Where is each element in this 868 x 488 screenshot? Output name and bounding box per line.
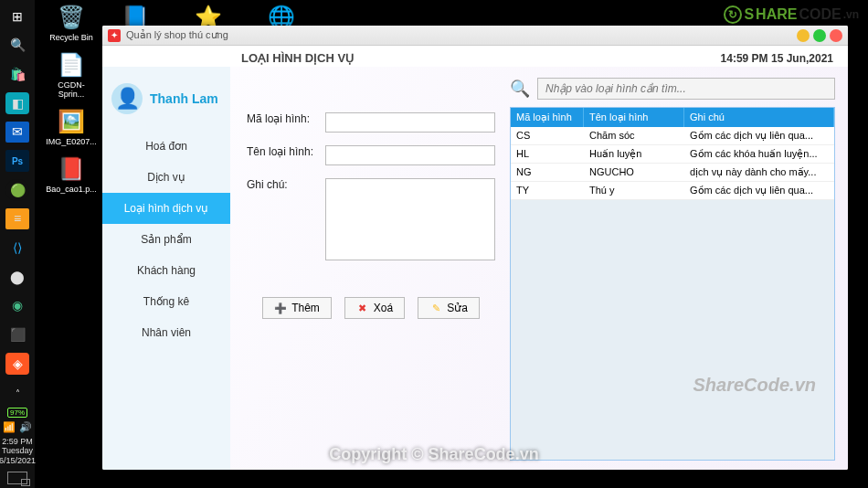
- list-panel: 🔍 Mã loại hình Tên loại hình Ghi chú CSC…: [504, 67, 848, 470]
- vscode-icon[interactable]: ⟨⟩: [5, 237, 29, 259]
- mail-icon[interactable]: ✉: [5, 122, 29, 143]
- table-row[interactable]: TYThú yGồm các dịch vụ liên qua...: [511, 182, 834, 200]
- titlebar[interactable]: ✦ Quản lý shop thú cưng: [102, 26, 848, 46]
- cell-code: NG: [511, 164, 584, 181]
- battery-indicator[interactable]: 97%: [7, 408, 27, 418]
- plus-icon: ➕: [274, 302, 287, 314]
- clock-label: 14:59 PM 15 Jun,2021: [721, 52, 837, 65]
- start-button[interactable]: ⊞: [5, 5, 29, 27]
- spotify-icon[interactable]: 🟢: [5, 179, 29, 201]
- cell-note: Gồm các dịch vụ liên qua...: [684, 127, 834, 144]
- table-row[interactable]: HLHuấn luyệnGồm các khóa huấn luyện...: [511, 145, 834, 164]
- cell-note: dịch vụ này dành cho mấy...: [684, 164, 834, 181]
- cell-name: Chăm sóc: [584, 127, 684, 144]
- pdf-icon: 📕: [58, 155, 85, 183]
- col-note[interactable]: Ghi chú: [684, 108, 834, 127]
- pencil-icon: ✎: [429, 302, 442, 314]
- image-icon: 🖼️: [58, 108, 85, 135]
- cell-note: Gồm các khóa huấn luyện...: [684, 145, 834, 163]
- user-block: 👤 Thanh Lam: [102, 83, 230, 131]
- cell-code: TY: [511, 182, 584, 199]
- taskbar-clock[interactable]: 2:59 PM Tuesday 6/15/2021: [0, 437, 36, 466]
- sidebar: 👤 Thanh Lam Hoá đơnDịch vụLoại hình dịch…: [102, 67, 230, 470]
- system-tray[interactable]: 📶🔊: [3, 419, 32, 435]
- user-name: Thanh Lam: [150, 91, 218, 106]
- table-row[interactable]: NGNGUCHOdịch vụ này dành cho mấy...: [511, 164, 834, 182]
- data-table[interactable]: Mã loại hình Tên loại hình Ghi chú CSChă…: [510, 107, 835, 461]
- taskview-button[interactable]: [7, 472, 27, 484]
- avatar-icon: 👤: [111, 83, 143, 114]
- store-icon[interactable]: 🛍️: [5, 63, 29, 85]
- taskbar-app-1[interactable]: ◧: [5, 92, 29, 114]
- input-code[interactable]: [325, 112, 495, 133]
- app-icon: ✦: [108, 29, 121, 42]
- desktop-icon[interactable]: 🗑️ Recycle Bin: [46, 4, 97, 42]
- sidebar-item[interactable]: Khách hàng: [102, 255, 230, 286]
- minimize-button[interactable]: [797, 29, 810, 42]
- x-icon: ✖: [356, 302, 369, 314]
- maximize-button[interactable]: [813, 29, 826, 42]
- sidebar-item[interactable]: Nhân viên: [102, 317, 230, 348]
- taskbar-app-2[interactable]: ⬤: [5, 266, 29, 288]
- sidebar-item[interactable]: Hoá đơn: [102, 131, 230, 162]
- input-note[interactable]: [325, 178, 495, 260]
- cell-name: Thú y: [584, 182, 684, 199]
- photoshop-icon[interactable]: Ps: [5, 150, 29, 172]
- cell-name: Huấn luyện: [584, 145, 684, 163]
- window-title: Quản lý shop thú cưng: [126, 29, 228, 41]
- sidebar-item[interactable]: Sản phẩm: [102, 224, 230, 255]
- sublime-icon[interactable]: ≡: [5, 208, 29, 230]
- desktop-icon[interactable]: 📄 CGDN-Sprin...: [46, 51, 97, 99]
- desktop: 🗑️ Recycle Bin 📄 CGDN-Sprin... 🖼️ IMG_E0…: [46, 4, 97, 194]
- col-name[interactable]: Tên loại hình: [584, 108, 684, 127]
- label-note: Ghi chú:: [247, 178, 320, 191]
- cell-note: Gồm các dịch vụ liên qua...: [684, 182, 834, 199]
- chevron-up-icon[interactable]: ˄: [5, 382, 29, 406]
- taskbar-app-active[interactable]: ◈: [5, 353, 29, 375]
- search-input[interactable]: [537, 78, 835, 100]
- label-code: Mã loại hình:: [247, 112, 320, 125]
- recycle-bin-icon: 🗑️: [58, 4, 85, 31]
- cell-name: NGUCHO: [584, 164, 684, 181]
- search-icon[interactable]: 🔍: [5, 35, 29, 57]
- col-code[interactable]: Mã loại hình: [511, 108, 584, 127]
- file-icon: 📄: [58, 51, 85, 79]
- taskbar-app-4[interactable]: ⬛: [5, 324, 29, 345]
- sidebar-item[interactable]: Loại hình dịch vụ: [102, 193, 230, 224]
- desktop-icon[interactable]: 📕 Bao_cao1.p...: [46, 155, 97, 194]
- input-name[interactable]: [325, 145, 495, 165]
- label-name: Tên loại hình:: [247, 145, 320, 158]
- delete-button[interactable]: ✖ Xoá: [344, 297, 405, 319]
- table-watermark: ShareCode.vn: [693, 375, 816, 396]
- search-icon: 🔍: [510, 79, 530, 99]
- edit-button[interactable]: ✎ Sửa: [418, 297, 480, 319]
- sharecode-logo: ↻ SHARECODE.vn: [724, 5, 859, 24]
- cell-code: CS: [511, 127, 584, 144]
- taskbar: ⊞ 🔍 🛍️ ◧ ✉ Ps 🟢 ≡ ⟨⟩ ⬤ ◉ ⬛ ◈ ˄ 97% 📶🔊 2:…: [0, 0, 35, 488]
- cell-code: HL: [511, 145, 584, 163]
- add-button[interactable]: ➕ Thêm: [262, 297, 332, 319]
- table-header: Mã loại hình Tên loại hình Ghi chú: [511, 108, 834, 127]
- form-panel: Mã loại hình: Tên loại hình: Ghi chú: ➕ …: [230, 67, 504, 470]
- table-row[interactable]: CSChăm sócGồm các dịch vụ liên qua...: [511, 127, 834, 145]
- taskbar-app-3[interactable]: ◉: [5, 295, 29, 317]
- sidebar-item[interactable]: Thống kê: [102, 286, 230, 317]
- app-window: ✦ Quản lý shop thú cưng LOẠI HÌNH DỊCH V…: [102, 26, 848, 470]
- main-panel: Mã loại hình: Tên loại hình: Ghi chú: ➕ …: [230, 67, 848, 470]
- sidebar-item[interactable]: Dịch vụ: [102, 162, 230, 193]
- desktop-icon[interactable]: 🖼️ IMG_E0207...: [46, 108, 97, 146]
- close-button[interactable]: [830, 29, 842, 42]
- page-title: LOẠI HÌNH DỊCH VỤ: [241, 51, 355, 65]
